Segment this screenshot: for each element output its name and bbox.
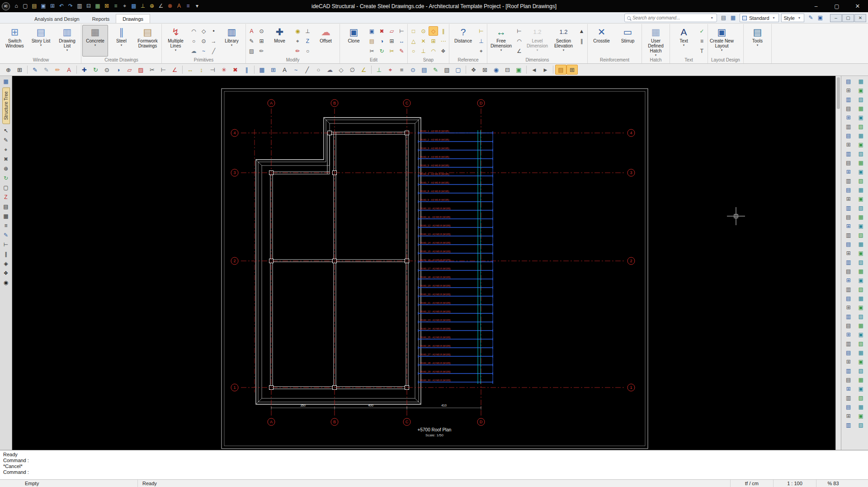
layout-browser-icon[interactable]: ▤ (555, 65, 566, 75)
mdi-close-button[interactable]: ✕ (854, 14, 866, 22)
right-toolbar-icon[interactable]: ▤ (842, 402, 855, 411)
reference-point-icon[interactable]: ⌖ (476, 46, 486, 56)
layers-icon[interactable]: ▤ (419, 65, 430, 75)
right-toolbar-icon[interactable]: ⊞ (842, 357, 855, 366)
right-toolbar-icon[interactable]: ⊞ (842, 113, 855, 122)
freehand-icon[interactable]: ✏ (257, 46, 266, 56)
right-toolbar-icon[interactable]: ▣ (855, 222, 868, 231)
spline-icon[interactable]: ~ (290, 65, 302, 75)
z-order-icon[interactable]: Z (303, 36, 312, 46)
undo-z-icon[interactable]: Z (1, 193, 10, 202)
group-icon[interactable]: ❖ (468, 65, 479, 75)
marker-icon[interactable]: ◈ (1, 260, 10, 268)
image-attach-icon[interactable]: ▣ (513, 65, 524, 75)
customize-toolbar-icon[interactable]: ▾ (193, 2, 201, 10)
rotate-icon[interactable]: ↻ (377, 46, 387, 56)
target-icon[interactable]: ⌖ (293, 36, 302, 46)
construction-line-icon[interactable]: ╱ (209, 46, 218, 56)
right-toolbar-icon[interactable]: ▧ (855, 285, 868, 294)
snap-grid-icon[interactable]: ⊞ (429, 36, 438, 46)
mdi-restore-button[interactable]: ▢ (842, 14, 854, 22)
zoom-icon[interactable]: ⊕ (1, 165, 10, 173)
ucs-icon[interactable]: ⊥ (303, 26, 312, 36)
right-toolbar-icon[interactable]: ▤ (842, 77, 855, 86)
right-toolbar-icon[interactable]: ▦ (855, 294, 868, 303)
snap-midpoint-icon[interactable]: △ (409, 36, 418, 46)
polar-tracking-icon[interactable]: ∠ (157, 2, 165, 10)
concrete-button[interactable]: ▦Concrete▾ (82, 25, 108, 57)
lineweight-icon[interactable]: ≡ (184, 2, 192, 10)
print-layout-icon[interactable]: ▤ (719, 14, 728, 22)
snap-node-icon[interactable]: ⊙ (419, 26, 428, 36)
redo-icon[interactable]: ↷ (66, 2, 75, 10)
trim-icon[interactable]: ✂ (387, 46, 396, 56)
status-zoom[interactable]: % 83 (816, 480, 850, 487)
hatch-edit-icon[interactable]: ▨ (247, 46, 256, 56)
right-toolbar-icon[interactable]: ▧ (855, 421, 868, 430)
style-select[interactable]: Style (781, 14, 804, 22)
right-toolbar-icon[interactable]: ▣ (855, 303, 868, 312)
search-input[interactable] (632, 15, 708, 20)
right-toolbar-icon[interactable]: ▥ (842, 285, 855, 294)
level-icon[interactable]: ⊥ (373, 65, 385, 75)
section-icon[interactable]: ∥ (1, 250, 10, 259)
tools-button[interactable]: ▤Tools▾ (745, 25, 770, 57)
right-toolbar-icon[interactable]: ⊞ (842, 276, 855, 285)
right-toolbar-icon[interactable]: ⊞ (842, 194, 855, 203)
line-icon[interactable]: ╱ (302, 65, 313, 75)
grid-edit-icon[interactable]: ⊞ (257, 36, 266, 46)
right-toolbar-icon[interactable]: ▥ (842, 339, 855, 348)
cloud-icon[interactable]: ☁ (324, 65, 335, 75)
trim-icon[interactable]: ✂ (146, 65, 158, 75)
free-dimension-button[interactable]: ↔Free Dimension▾ (488, 25, 514, 57)
polygon-icon[interactable]: ◇ (335, 65, 347, 75)
dynamic-input-icon[interactable]: ⊗ (166, 2, 174, 10)
right-toolbar-icon[interactable]: ▤ (842, 213, 855, 222)
zoom-next-icon[interactable]: ► (540, 65, 551, 75)
align-2-icon[interactable]: ≡ (396, 65, 407, 75)
right-toolbar-icon[interactable]: ▣ (855, 357, 868, 366)
tab-drawings[interactable]: Drawings (116, 14, 150, 23)
node-icon[interactable]: ⊙ (407, 65, 419, 75)
draw-pen-icon[interactable]: ✎ (1, 136, 10, 145)
right-toolbar-icon[interactable]: ▣ (855, 167, 868, 176)
explode-icon[interactable]: ✳ (218, 65, 230, 75)
right-toolbar-icon[interactable]: ▦ (855, 375, 868, 384)
right-toolbar-icon[interactable]: ⊞ (842, 167, 855, 176)
drawing-limits-icon[interactable]: ⊠ (103, 2, 111, 10)
roof-plan-drawing[interactable]: AABBCCDD44332211M160_1 - A3 M0.8 (W195)M… (12, 76, 835, 450)
snap-center-icon[interactable]: ⌖ (1, 146, 10, 154)
snap-tangent-icon[interactable]: ◠ (429, 46, 438, 56)
erase-icon[interactable]: ✖ (377, 26, 387, 36)
right-toolbar-icon[interactable]: ▤ (842, 131, 855, 140)
ray-icon[interactable]: → (209, 36, 218, 46)
status-units[interactable]: tf / cm (730, 480, 773, 487)
open-file-icon[interactable]: ▤ (30, 2, 38, 10)
steel-button[interactable]: ∥Steel▾ (108, 25, 134, 57)
marker-icon[interactable]: ✏ (52, 65, 63, 75)
region-icon[interactable]: ▧ (441, 65, 453, 75)
section-elevation-button[interactable]: 1.2Section Elevation▾ (551, 25, 576, 57)
home-icon[interactable]: ⌂ (12, 2, 20, 10)
right-toolbar-icon[interactable]: ▥ (842, 366, 855, 375)
search-dropdown-icon[interactable] (710, 16, 714, 20)
angle-icon[interactable]: ∠ (358, 65, 369, 75)
snap-perpendicular-icon[interactable]: ⊥ (419, 46, 428, 56)
zoom-in-icon[interactable]: ⊕ (3, 65, 14, 75)
right-toolbar-icon[interactable]: ▤ (842, 348, 855, 357)
section-line-icon[interactable]: ∥ (577, 36, 586, 46)
arc-dimension-icon[interactable]: ◠ (514, 36, 524, 46)
project-panel-icon[interactable]: ▦ (1, 77, 10, 85)
snap-nearest-icon[interactable]: ◇ (429, 26, 438, 36)
move-icon[interactable]: ✚ (79, 65, 90, 75)
library-button[interactable]: ▥Library▾ (219, 25, 245, 57)
right-toolbar-icon[interactable]: ▥ (842, 95, 855, 104)
right-toolbar-icon[interactable]: ⊞ (842, 303, 855, 312)
switch-windows-button[interactable]: ⊞Switch Windows (2, 25, 28, 57)
edit-pen-icon[interactable]: ✎ (29, 65, 41, 75)
right-toolbar-icon[interactable]: ▧ (855, 203, 868, 213)
status-scale[interactable]: 1 : 100 (773, 480, 816, 487)
right-toolbar-icon[interactable]: ▤ (842, 185, 855, 194)
polygon-icon[interactable]: ◇ (199, 26, 208, 36)
text-style-icon[interactable]: T (697, 46, 707, 56)
